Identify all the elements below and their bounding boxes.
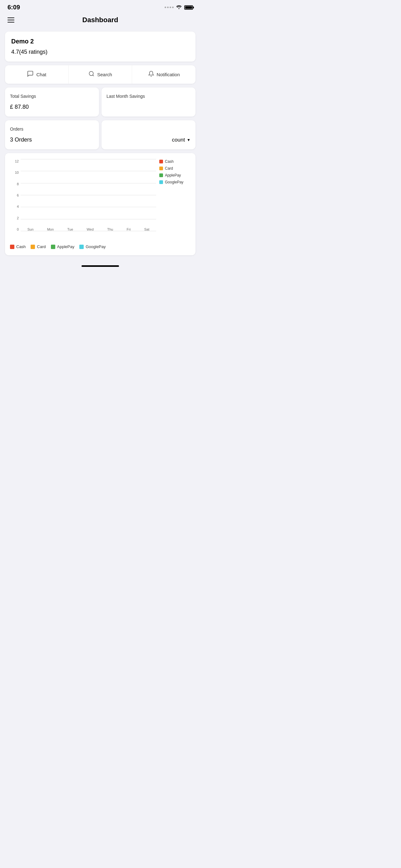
legend-cash-inline: Cash — [159, 159, 191, 164]
applepay-legend-label: ApplePay — [57, 244, 75, 249]
card-legend-dot — [31, 245, 35, 249]
cash-legend-label: Cash — [16, 244, 26, 249]
orders-row: Orders 3 Orders count ▼ — [5, 120, 196, 149]
orders-label: Orders — [10, 127, 94, 131]
legend-card: Card — [31, 244, 45, 249]
bar-chart: 0 2 4 6 8 10 12 — [10, 159, 191, 241]
home-indicator — [0, 259, 201, 271]
chat-button[interactable]: Chat — [5, 65, 69, 84]
last-month-card: Last Month Savings — [101, 88, 196, 117]
total-savings-label: Total Savings — [10, 94, 94, 99]
chat-icon — [27, 70, 34, 79]
notification-button[interactable]: Notification — [132, 65, 196, 84]
header: Dashboard — [0, 13, 201, 29]
status-bar: 6:09 — [0, 0, 201, 13]
cash-legend-dot — [10, 245, 14, 249]
googlepay-legend-label: GooglePay — [86, 244, 106, 249]
menu-button[interactable] — [7, 18, 14, 23]
chart-section: 0 2 4 6 8 10 12 — [5, 153, 196, 255]
card-legend-label: Card — [37, 244, 45, 249]
search-label: Search — [97, 72, 112, 77]
notification-label: Notification — [157, 72, 180, 77]
page-title: Dashboard — [82, 16, 119, 24]
demo-rating: 4.7(45 ratings) — [11, 49, 189, 55]
chart-x-axis: Sun Mon Tue Wed Thu Fri Sat — [21, 227, 156, 231]
notification-icon — [148, 70, 154, 79]
card-color-dot — [159, 166, 163, 170]
chart-inline-legend: Cash Card ApplePay GooglePay — [159, 159, 191, 184]
legend-applepay: ApplePay — [51, 244, 75, 249]
cash-color-dot — [159, 160, 163, 163]
orders-right-card: count ▼ — [101, 120, 196, 149]
googlepay-color-dot — [159, 180, 163, 184]
card-inline-label: Card — [165, 166, 173, 170]
count-dropdown[interactable]: count ▼ — [172, 137, 191, 143]
status-time: 6:09 — [7, 4, 20, 11]
orders-value: 3 Orders — [10, 136, 94, 143]
status-icons — [165, 5, 193, 10]
stats-row: Total Savings £ 87.80 Last Month Savings — [5, 88, 196, 117]
count-chevron-icon: ▼ — [187, 138, 191, 142]
legend-card-inline: Card — [159, 166, 191, 170]
action-bar: Chat Search Notification — [5, 65, 196, 84]
chart-bottom-legend: Cash Card ApplePay GooglePay — [10, 244, 191, 249]
bars-area — [21, 159, 156, 231]
search-icon — [89, 71, 95, 79]
chat-label: Chat — [36, 72, 46, 77]
demo-name: Demo 2 — [11, 38, 189, 45]
wifi-icon — [176, 5, 182, 10]
applepay-inline-label: ApplePay — [165, 173, 181, 178]
total-savings-card: Total Savings £ 87.80 — [5, 88, 99, 117]
legend-applepay-inline: ApplePay — [159, 173, 191, 178]
svg-line-1 — [93, 75, 94, 76]
svg-point-0 — [89, 71, 93, 75]
applepay-legend-dot — [51, 245, 55, 249]
count-label: count — [172, 137, 185, 143]
googlepay-inline-label: GooglePay — [165, 180, 183, 184]
total-savings-value: £ 87.80 — [10, 104, 94, 110]
cash-inline-label: Cash — [165, 159, 174, 164]
home-bar — [81, 265, 119, 267]
applepay-color-dot — [159, 174, 163, 177]
legend-googlepay: GooglePay — [79, 244, 106, 249]
last-month-label: Last Month Savings — [106, 94, 191, 99]
legend-googlepay-inline: GooglePay — [159, 180, 191, 184]
chart-bars-area: Sun Mon Tue Wed Thu Fri Sat — [21, 159, 156, 231]
googlepay-legend-dot — [79, 245, 84, 249]
signal-icon — [165, 6, 174, 8]
demo-card: Demo 2 4.7(45 ratings) — [5, 32, 196, 62]
orders-card: Orders 3 Orders — [5, 120, 99, 149]
search-button[interactable]: Search — [69, 65, 132, 84]
legend-cash: Cash — [10, 244, 26, 249]
chart-y-axis: 0 2 4 6 8 10 12 — [10, 159, 19, 231]
battery-icon — [184, 5, 193, 10]
